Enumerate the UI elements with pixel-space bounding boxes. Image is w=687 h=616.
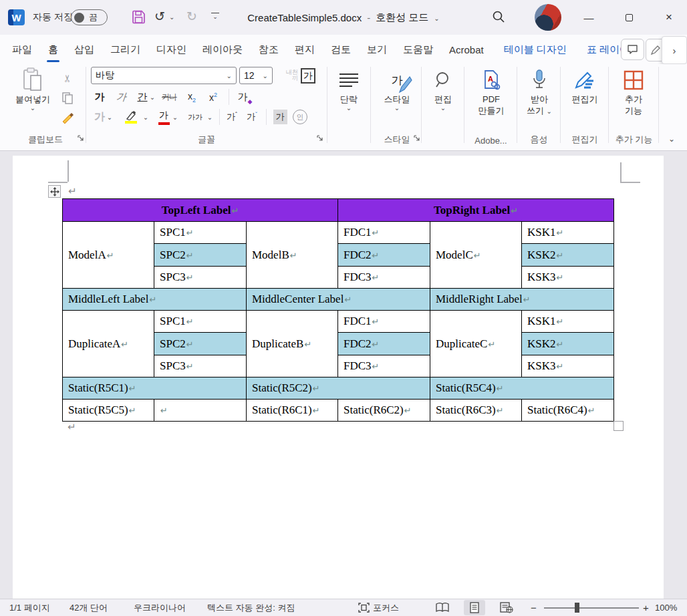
expand-button[interactable]: ›: [662, 36, 687, 64]
table-resize-handle[interactable]: [613, 421, 624, 431]
styles-button[interactable]: 가 스타일 ⌄: [377, 67, 417, 111]
dictate-button[interactable]: 받아 쓰기 ⌄: [522, 67, 557, 116]
table-cell[interactable]: SPC3↵: [154, 267, 247, 289]
change-case-chevron-icon[interactable]: ⌄: [206, 108, 214, 126]
tab-help[interactable]: 도움말: [395, 35, 441, 64]
tab-review[interactable]: 검토: [323, 35, 359, 64]
tab-design[interactable]: 디자인: [148, 35, 194, 64]
tab-acrobat[interactable]: Acrobat: [441, 35, 492, 64]
table-cell[interactable]: DuplicateA↵: [63, 311, 154, 377]
tab-view[interactable]: 보기: [359, 35, 395, 64]
superscript-button[interactable]: x2: [204, 88, 222, 106]
table-cell[interactable]: FDC2↵: [338, 333, 430, 355]
table-cell[interactable]: Static(R5C1)↵: [63, 377, 247, 400]
addins-button[interactable]: 추가 기능: [613, 67, 654, 116]
table-cell[interactable]: KSK2↵: [522, 333, 614, 355]
strikethrough-button[interactable]: 커나: [159, 88, 179, 106]
copy-button[interactable]: [59, 90, 76, 107]
maximize-button[interactable]: [613, 0, 644, 35]
zoom-out-button[interactable]: −: [531, 599, 537, 616]
table-cell[interactable]: FDC3↵: [338, 267, 430, 289]
clipboard-dialog-launcher[interactable]: [78, 132, 84, 144]
zoom-slider-thumb[interactable]: [575, 603, 579, 613]
cut-button[interactable]: ✂: [59, 69, 76, 87]
font-color-button[interactable]: 가: [155, 108, 172, 126]
editor-button[interactable]: 편집기: [565, 67, 604, 105]
change-case-button[interactable]: 가가: [186, 108, 204, 126]
phonetic-guide-button[interactable]: 내천 끼: [278, 69, 298, 82]
tab-draw[interactable]: 그리기: [102, 35, 148, 64]
font-color-chevron-icon[interactable]: ⌄: [171, 108, 179, 126]
font-size-combobox[interactable]: 12 ⌄: [239, 67, 273, 84]
table-cell[interactable]: Static(R5C2)↵: [247, 377, 430, 400]
enclose-characters-button[interactable]: 인: [291, 108, 309, 126]
outline-chevron-icon[interactable]: ⌄: [106, 108, 114, 126]
table-move-handle[interactable]: [48, 185, 61, 198]
grow-font-button[interactable]: 가ˆ: [223, 108, 241, 126]
paste-button[interactable]: 붙여넣기 ⌄: [13, 67, 52, 111]
tab-insert[interactable]: 삽입: [66, 35, 102, 64]
underline-chevron-icon[interactable]: ⌄: [148, 88, 156, 106]
character-border-button[interactable]: 가: [301, 68, 315, 84]
table-cell[interactable]: MiddleLeft Label↵: [63, 289, 247, 311]
tab-references[interactable]: 참조: [251, 35, 287, 64]
character-shading-button[interactable]: 가: [271, 108, 289, 126]
table-cell[interactable]: SPC1↵: [154, 222, 247, 244]
table-cell[interactable]: SPC1↵: [154, 311, 247, 333]
editing-button[interactable]: 편집 ⌄: [428, 67, 458, 111]
paragraph-button[interactable]: 단락 ⌄: [331, 67, 366, 111]
read-mode-button[interactable]: [436, 599, 449, 616]
web-layout-button[interactable]: [500, 599, 513, 616]
document-page[interactable]: ↵ TopLeft Label↵ TopRight Label↵ ModelA↵…: [13, 156, 664, 599]
highlight-button[interactable]: [122, 108, 140, 126]
table-cell[interactable]: Static(R5C4)↵: [430, 377, 614, 400]
table-cell[interactable]: MiddleCenter Label↵: [247, 289, 430, 311]
zoom-in-button[interactable]: +: [643, 599, 649, 616]
autosave-toggle[interactable]: 끔: [71, 9, 108, 25]
tab-layout[interactable]: 레이아웃: [194, 35, 251, 64]
table-cell[interactable]: ↵: [154, 400, 247, 422]
table-cell[interactable]: ModelA↵: [63, 222, 154, 289]
table-cell[interactable]: DuplicateB↵: [247, 311, 338, 377]
table-cell[interactable]: FDC1↵: [338, 311, 430, 333]
table-cell[interactable]: Static(R6C1)↵: [247, 400, 338, 422]
table-cell[interactable]: FDC3↵: [338, 355, 430, 377]
table-cell[interactable]: SPC2↵: [154, 333, 247, 355]
format-painter-button[interactable]: [59, 110, 76, 127]
zoom-slider-track[interactable]: [544, 607, 639, 609]
italic-button[interactable]: 가: [112, 88, 130, 106]
table-cell[interactable]: FDC1↵: [338, 222, 430, 244]
minimize-button[interactable]: —: [573, 0, 604, 35]
search-button[interactable]: [492, 10, 505, 26]
table-cell[interactable]: ModelB↵: [247, 222, 338, 289]
table-cell[interactable]: Static(R6C3)↵: [430, 400, 522, 422]
table-cell[interactable]: KSK3↵: [522, 267, 614, 289]
focus-mode-button[interactable]: 포커스: [358, 599, 399, 616]
table-cell[interactable]: SPC3↵: [154, 355, 247, 377]
table-cell[interactable]: TopRight Label↵: [338, 199, 614, 222]
table-cell[interactable]: KSK3↵: [522, 355, 614, 377]
redo-button[interactable]: ↻: [186, 9, 197, 24]
text-effects-button[interactable]: 가◆: [234, 88, 251, 106]
word-count[interactable]: 42개 단어: [70, 599, 108, 616]
table-cell[interactable]: KSK1↵: [522, 222, 614, 244]
highlight-chevron-icon[interactable]: ⌄: [142, 108, 150, 126]
word-logo-icon[interactable]: W: [8, 9, 25, 25]
table-cell[interactable]: Static(R6C2)↵: [338, 400, 430, 422]
account-avatar[interactable]: [535, 4, 561, 31]
table-cell[interactable]: SPC2↵: [154, 244, 247, 267]
print-layout-button[interactable]: [464, 600, 485, 615]
tab-file[interactable]: 파일: [4, 35, 40, 64]
table-cell[interactable]: FDC2↵: [338, 244, 430, 267]
font-name-combobox[interactable]: 바탕 ⌄: [91, 67, 237, 84]
close-button[interactable]: ×: [654, 0, 684, 35]
save-button[interactable]: [132, 10, 146, 27]
table-cell[interactable]: Static(R6C4)↵: [522, 400, 614, 422]
undo-dropdown-chevron-icon[interactable]: ⌄: [169, 13, 174, 21]
table-cell[interactable]: DuplicateC↵: [430, 311, 522, 377]
table-cell[interactable]: KSK2↵: [522, 244, 614, 267]
create-pdf-button[interactable]: A PDF 만들기: [470, 67, 512, 116]
table-cell[interactable]: MiddleRight Label↵: [430, 289, 614, 311]
tab-table-design[interactable]: 테이블 디자인: [496, 35, 575, 64]
collapse-ribbon-button[interactable]: ⌄: [668, 134, 675, 144]
